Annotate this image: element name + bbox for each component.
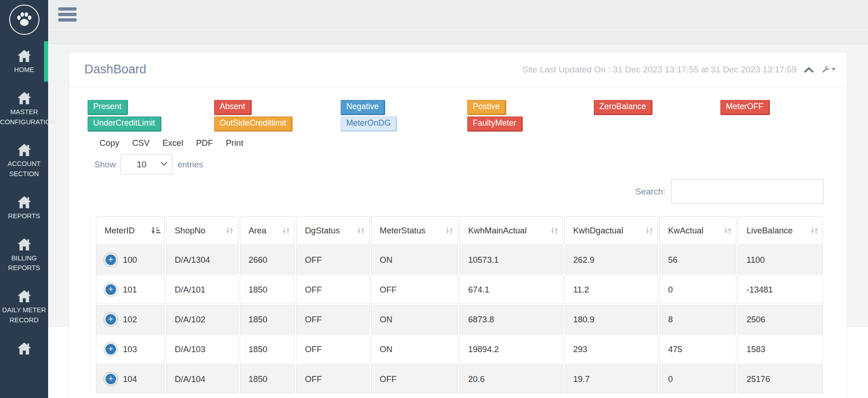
- sidebar-item-account-section[interactable]: ACCOUNT SECTION: [0, 134, 48, 187]
- kwhmainactual-cell: 674.1: [459, 275, 563, 304]
- sort-both-icon: [550, 226, 559, 235]
- sidebar-item-partial[interactable]: [0, 333, 48, 365]
- home-icon: [17, 290, 32, 303]
- sidebar-item-label: ACCOUNT SECTION: [0, 159, 48, 179]
- badge-absent[interactable]: Absent: [214, 100, 252, 115]
- column-header-shopno[interactable]: ShopNo: [166, 216, 238, 244]
- table-row: 104 D/A/104 1850 OFF OFF 20.6 19.7 0 251…: [96, 365, 823, 393]
- sidebar-nav: HOME MASTER CONFIGURATION ACCOUNT SECTIO…: [0, 40, 48, 365]
- sidebar-item-label: MASTER CONFIGURATION: [0, 107, 48, 127]
- badge-undercreditlimit[interactable]: UnderCreditLimit: [88, 116, 161, 132]
- column-header-kwhdgactual[interactable]: KwhDgactual: [564, 216, 658, 244]
- kwhdgactual-cell: 19.7: [564, 365, 658, 393]
- column-header-kwhmainactual[interactable]: KwhMainActual: [459, 216, 563, 244]
- badge-faultymeter[interactable]: FaultyMeter: [467, 116, 523, 132]
- panel-tools-button[interactable]: [821, 65, 836, 74]
- livebalance-cell: 1100: [738, 245, 823, 274]
- sidebar-item-label: REPORTS: [0, 211, 48, 221]
- print-button[interactable]: Print: [226, 138, 243, 148]
- badge-meteroff[interactable]: MeterOFF: [720, 100, 770, 115]
- sort-both-icon: [282, 226, 291, 235]
- sidebar-item-billing-reports[interactable]: BILLING REPORTS: [0, 229, 48, 281]
- collapse-panel-button[interactable]: [804, 66, 814, 73]
- copy-button[interactable]: Copy: [100, 138, 119, 148]
- csv-button[interactable]: CSV: [132, 138, 149, 148]
- kwhdgactual-cell: 262.9: [564, 245, 658, 274]
- dgstatus-cell: OFF: [296, 275, 370, 304]
- sidebar-item-label: DAILY METER RECORD: [0, 305, 48, 326]
- sidebar-item-daily-meter-record[interactable]: DAILY METER RECORD: [0, 281, 48, 333]
- sidebar-item-master-configuration[interactable]: MASTER CONFIGURATION: [0, 83, 48, 135]
- home-icon: [17, 196, 32, 209]
- paw-icon: [14, 10, 34, 30]
- search-input[interactable]: [671, 179, 824, 204]
- column-header-meterid[interactable]: MeterID: [96, 216, 165, 244]
- wrench-icon: [821, 65, 830, 74]
- entries-count-select[interactable]: 10: [121, 154, 172, 175]
- dgstatus-cell: OFF: [296, 305, 370, 334]
- expand-row-button[interactable]: [105, 283, 117, 296]
- sidebar-item-label: HOME: [0, 65, 48, 75]
- kwactual-cell: 0: [659, 365, 736, 393]
- sidebar: HOME MASTER CONFIGURATION ACCOUNT SECTIO…: [0, 0, 48, 398]
- badge-present[interactable]: Present: [88, 100, 128, 115]
- sort-both-icon: [645, 226, 654, 235]
- legend-column: Postive FaultyMeter: [467, 100, 594, 132]
- meters-table-wrap: MeterID ShopNo: [69, 204, 847, 394]
- sort-both-icon: [810, 226, 819, 235]
- sidebar-item-reports[interactable]: REPORTS: [0, 187, 48, 229]
- hamburger-menu-icon[interactable]: [58, 7, 77, 24]
- legend-column: ZeroBalance: [594, 100, 720, 132]
- badge-zerobalance[interactable]: ZeroBalance: [594, 100, 652, 115]
- area-cell: 1850: [240, 335, 295, 364]
- kwactual-cell: 0: [659, 275, 736, 304]
- table-row: 101 D/A/101 1850 OFF OFF 674.1 11.2 0 -1…: [96, 275, 823, 304]
- meterid-cell: 104: [96, 365, 165, 393]
- meterstatus-cell: OFF: [371, 365, 458, 393]
- expand-row-button[interactable]: [105, 313, 117, 326]
- badge-negative[interactable]: Negative: [341, 100, 385, 115]
- meterstatus-cell: ON: [371, 335, 458, 364]
- excel-button[interactable]: Excel: [162, 138, 183, 148]
- column-header-dgstatus[interactable]: DgStatus: [296, 216, 370, 244]
- app-logo[interactable]: [0, 0, 48, 35]
- shopno-cell: D/A/1304: [166, 245, 238, 274]
- sort-both-icon: [723, 226, 732, 235]
- meterstatus-cell: OFF: [371, 275, 458, 304]
- home-icon: [17, 50, 32, 62]
- badge-postive[interactable]: Postive: [467, 100, 506, 115]
- column-header-area[interactable]: Area: [240, 216, 295, 244]
- expand-row-button[interactable]: [105, 343, 117, 355]
- last-updated-text: Site Last Updated On : 31 Dec 2023 13:17…: [522, 65, 796, 75]
- meterid-cell: 103: [96, 335, 165, 364]
- meterstatus-cell: ON: [371, 245, 458, 274]
- home-icon: [17, 92, 32, 105]
- legend-column: Absent OutSideCreditlimit: [214, 100, 341, 132]
- status-legend: Present UnderCreditLimit Absent OutSideC…: [69, 87, 847, 132]
- sort-ascending-icon: [150, 226, 160, 235]
- home-icon: [17, 342, 32, 355]
- area-cell: 2660: [240, 245, 295, 274]
- kwhmainactual-cell: 6873.8: [459, 305, 563, 334]
- area-cell: 1850: [240, 305, 295, 334]
- column-header-meterstatus[interactable]: MeterStatus: [371, 216, 458, 244]
- legend-column: Negative MeterOnDG: [341, 100, 467, 132]
- badge-meterondg[interactable]: MeterOnDG: [341, 116, 397, 132]
- column-header-kwactual[interactable]: KwActual: [659, 216, 736, 244]
- dgstatus-cell: OFF: [296, 335, 370, 364]
- column-header-livebalance[interactable]: LiveBalance: [738, 216, 823, 244]
- legend-column: MeterOFF: [720, 100, 847, 132]
- meterid-cell: 101: [96, 275, 165, 304]
- pdf-button[interactable]: PDF: [196, 138, 213, 148]
- sidebar-item-label: BILLING REPORTS: [0, 254, 48, 274]
- sidebar-item-home[interactable]: HOME: [0, 40, 48, 83]
- badge-outsidecreditlimit[interactable]: OutSideCreditlimit: [214, 116, 293, 132]
- kwactual-cell: 475: [659, 335, 736, 364]
- chevron-up-icon: [804, 66, 814, 73]
- expand-row-button[interactable]: [105, 373, 117, 385]
- dashboard-panel: DashBoard Site Last Updated On : 31 Dec …: [69, 52, 847, 398]
- search-control: Search:: [69, 175, 847, 204]
- expand-row-button[interactable]: [105, 254, 117, 266]
- paw-logo-icon: [9, 5, 39, 35]
- kwhdgactual-cell: 11.2: [564, 275, 658, 304]
